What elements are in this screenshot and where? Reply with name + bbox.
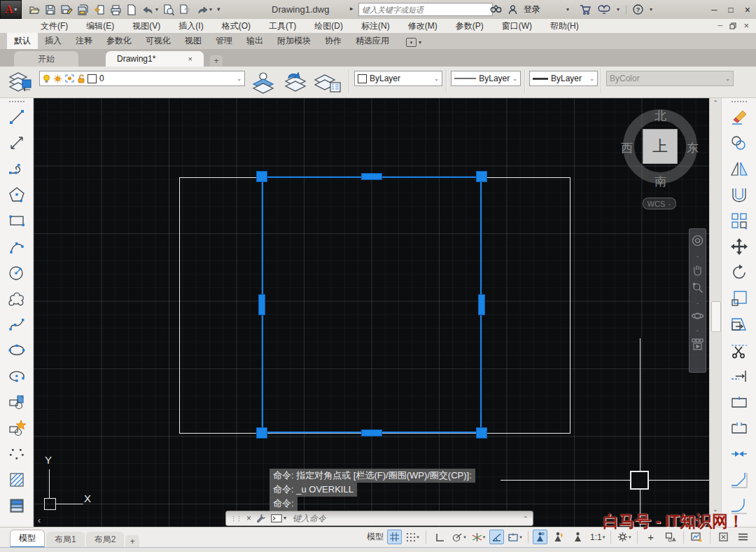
doc-restore-button[interactable] — [729, 22, 736, 29]
export-icon[interactable] — [94, 4, 105, 15]
menu-view[interactable]: 视图(V) — [132, 20, 160, 32]
osnap-caret-icon[interactable]: ▾ — [519, 534, 522, 540]
erase-tool[interactable] — [725, 104, 753, 130]
grip-right-mid[interactable] — [478, 294, 485, 315]
revision-cloud-tool[interactable] — [3, 285, 31, 311]
redo-button[interactable]: ▾ — [195, 5, 212, 15]
recent-commands-caret-icon[interactable]: ▾ — [284, 516, 286, 521]
viewcube-east-label[interactable]: 东 — [687, 140, 699, 156]
break-tool[interactable] — [725, 415, 753, 441]
ribbon-tab-visualize[interactable]: 可视化 — [139, 33, 178, 49]
navwheel-icon[interactable] — [692, 235, 704, 247]
snap-caret-icon[interactable]: ▾ — [416, 534, 419, 540]
gradient-tool[interactable] — [3, 492, 31, 518]
ribbon-tab-view[interactable]: 视图 — [178, 33, 209, 49]
ribbon-tab-addins[interactable]: 附加模块 — [270, 33, 318, 49]
rectangle-tool[interactable] — [3, 207, 31, 233]
zoom-caret-icon[interactable]: ⌄ — [696, 300, 699, 305]
menu-draw[interactable]: 绘图(D) — [314, 20, 343, 32]
showmotion-icon[interactable] — [692, 338, 704, 350]
trim-tool[interactable] — [725, 337, 753, 363]
layout-tab-layout2[interactable]: 布局2 — [86, 532, 125, 548]
grip-top-right[interactable] — [476, 171, 487, 182]
ribbon-tab-insert[interactable]: 插入 — [38, 33, 69, 49]
ribbon-tab-parametric[interactable]: 参数化 — [99, 33, 139, 49]
qat-customize-button[interactable]: ▾ — [217, 6, 220, 13]
extend-tool[interactable] — [725, 363, 753, 389]
linetype-caret-icon[interactable]: ⌄ — [512, 76, 517, 82]
viewcube-north-label[interactable]: 北 — [654, 108, 666, 124]
ribbon-tab-home[interactable]: 默认 — [7, 33, 38, 49]
chamfer-tool[interactable] — [725, 467, 753, 492]
grip-bottom-right[interactable] — [476, 427, 487, 439]
rotate-tool[interactable] — [725, 259, 753, 285]
color-caret-icon[interactable]: ⌄ — [434, 76, 439, 82]
offset-tool[interactable] — [725, 181, 753, 207]
menu-file[interactable]: 文件(F) — [41, 20, 68, 32]
break-at-point-tool[interactable] — [725, 389, 753, 415]
snap-toggle[interactable]: ▾ — [404, 530, 421, 544]
ribbon-tab-annotate[interactable]: 注释 — [69, 33, 99, 49]
ribbon-tab-featured-apps[interactable]: 精选应用 — [349, 33, 396, 49]
join-tool[interactable] — [725, 441, 753, 467]
spline-tool[interactable] — [3, 311, 31, 337]
scale-caret-icon[interactable]: ▾ — [603, 534, 606, 540]
menu-tools[interactable]: 工具(T) — [269, 20, 296, 32]
orbit-caret-icon[interactable]: ⌄ — [696, 327, 699, 332]
object-color-select[interactable]: ByLayer ⌄ — [354, 71, 442, 86]
lineweight-select[interactable]: ByLayer ⌄ — [529, 71, 598, 86]
help-icon[interactable]: ? — [633, 4, 643, 15]
navwheel-caret-icon[interactable]: ⌄ — [696, 253, 699, 258]
lineweight-caret-icon[interactable]: ⌄ — [589, 76, 594, 82]
isodraft-caret-icon[interactable]: ▾ — [483, 534, 486, 540]
move-tool[interactable] — [725, 233, 753, 259]
grip-bottom-left[interactable] — [256, 427, 267, 439]
grid-toggle[interactable] — [387, 530, 402, 544]
layer-on-icon[interactable] — [43, 74, 50, 83]
undo-layer-state-icon[interactable] — [280, 71, 309, 94]
dock-close-icon[interactable]: × — [246, 513, 251, 523]
command-line-dock[interactable]: ⋮⋮ × ▾ ⌃ — [225, 511, 533, 526]
grip-bottom-mid[interactable] — [361, 429, 382, 436]
viewcube-top-face[interactable]: 上 — [643, 129, 678, 164]
file-tab-start[interactable]: 开始 — [14, 51, 78, 67]
model-space-toggle[interactable]: 模型 — [365, 530, 385, 544]
scroll-up-icon[interactable]: ⌃ — [713, 98, 718, 108]
toolbar-grip-handle[interactable] — [9, 101, 24, 102]
zoom-icon[interactable] — [692, 282, 704, 294]
scrollbar-thumb[interactable] — [711, 301, 721, 332]
menu-dimension[interactable]: 标注(N) — [361, 20, 390, 32]
app-store-icon[interactable] — [580, 5, 592, 15]
doc-close-button[interactable]: × — [743, 20, 749, 31]
ucs-origin-box[interactable] — [44, 498, 56, 510]
a360-share-icon[interactable] — [598, 5, 610, 15]
layout-tab-model[interactable]: 模型 — [10, 530, 45, 548]
copy-tool[interactable] — [725, 130, 753, 156]
recent-commands-icon[interactable]: ▾ — [271, 514, 286, 523]
workspace-caret-icon[interactable]: ▾ — [629, 534, 631, 540]
viewcube-west-label[interactable]: 西 — [621, 140, 633, 156]
command-input[interactable] — [291, 513, 448, 524]
create-block-tool[interactable] — [3, 415, 31, 441]
linetype-select[interactable]: ByLayer ⌄ — [451, 71, 521, 86]
save-all-icon[interactable] — [78, 4, 89, 15]
selected-rectangle-geometry[interactable] — [262, 177, 482, 433]
insert-block-tool[interactable] — [3, 389, 31, 415]
elliptical-arc-tool[interactable] — [3, 363, 31, 389]
layer-thaw-icon[interactable] — [53, 74, 62, 83]
isodraft-toggle[interactable]: ▾ — [470, 530, 487, 544]
tab-close-icon[interactable]: × — [188, 55, 192, 63]
search-expand-icon[interactable]: ▸ — [350, 5, 354, 12]
ortho-toggle[interactable] — [430, 530, 448, 544]
grip-top-mid[interactable] — [361, 173, 382, 180]
menu-help[interactable]: 帮助(H) — [550, 20, 579, 32]
make-object-layer-current-icon[interactable] — [249, 71, 277, 94]
dock-grip-handle[interactable]: ⋮⋮ — [230, 515, 241, 522]
redo-caret-icon[interactable]: ▾ — [209, 7, 212, 13]
minimize-button[interactable]: ─ — [711, 5, 718, 15]
layout-tab-scroll-left[interactable]: ‹ — [38, 516, 41, 525]
batch-check-icon[interactable] — [163, 4, 174, 15]
copy-doc-icon[interactable] — [179, 4, 190, 15]
ribbon-tab-output[interactable]: 输出 — [239, 33, 270, 49]
app-menu-button[interactable]: A ▾ — [0, 0, 22, 19]
